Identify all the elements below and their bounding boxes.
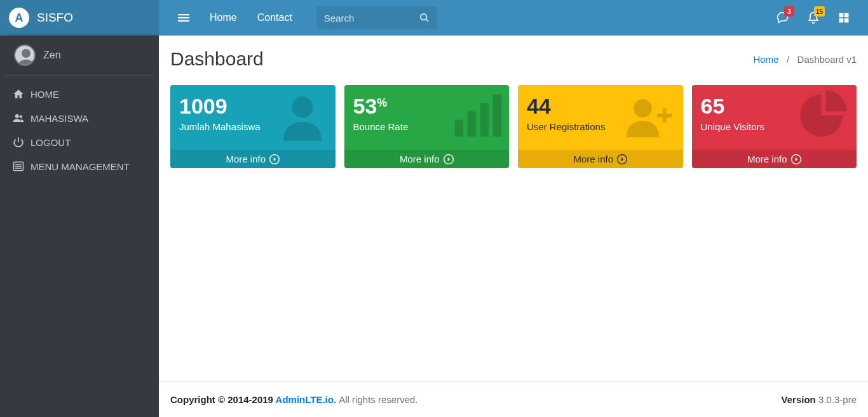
navbar-right: 3 15 [769,0,858,36]
svg-rect-2 [178,20,189,22]
stat-inner: 1009 Jumlah Mahasiswa [170,85,336,150]
svg-line-4 [426,19,428,22]
brand-link[interactable]: A SISFO [0,0,159,36]
svg-rect-21 [493,95,501,137]
arrow-circle-right-icon [791,154,801,164]
svg-point-9 [22,49,31,58]
main-footer: Copyright © 2014-2019 AdminLTE.io. All r… [159,381,868,417]
person-icon [277,90,328,141]
svg-rect-1 [178,17,189,18]
more-info-link[interactable]: More info [692,150,857,168]
nav-comments[interactable]: 3 [769,0,797,36]
more-info-link[interactable]: More info [170,150,336,168]
brand-text: SISFO [37,11,73,25]
top-navbar: Home Contact 3 15 [159,0,868,36]
breadcrumb-home[interactable]: Home [753,54,778,65]
more-info-label: More info [573,154,613,164]
stat-row: 1009 Jumlah Mahasiswa More info 53% Boun… [159,76,868,177]
sidebar-item-mahasiswa[interactable]: MAHASISWA [4,106,155,130]
brand-logo: A [9,8,29,28]
sidebar-item-label: MENU MANAGEMENT [31,161,130,172]
stat-inner: 53% Bounce Rate [344,85,510,150]
svg-point-16 [292,96,313,117]
main-sidebar: Zen HOME MAHASISWA LOGOUT MENU MANAGEMEN… [0,36,159,417]
breadcrumb: Home / Dashboard v1 [753,54,857,65]
sidebar-menu: HOME MAHASISWA LOGOUT MENU MANAGEMENT [0,76,159,185]
brand-logo-glyph: A [15,11,24,25]
person-add-icon [625,90,675,141]
svg-rect-14 [15,166,22,167]
footer-suffix: All rights reserved. [339,394,417,405]
nav-link-home[interactable]: Home [201,0,246,36]
bars-icon [178,12,189,23]
content-header: Dashboard Home / Dashboard v1 [159,36,868,76]
svg-rect-0 [178,14,189,15]
power-icon [13,136,24,148]
pie-chart-icon [798,90,849,141]
search-input[interactable] [316,8,412,29]
svg-rect-6 [844,13,849,18]
list-icon [13,161,24,172]
user-panel[interactable]: Zen [5,36,154,76]
stat-box-user-registrations: 44 User Registrations More info [518,85,683,168]
comments-badge: 3 [784,6,794,17]
sidebar-item-label: MAHASISWA [31,113,88,124]
more-info-label: More info [226,154,266,164]
search-icon [419,13,430,23]
sidebar-item-label: LOGOUT [31,137,71,148]
svg-rect-19 [468,111,476,136]
users-icon [13,112,24,124]
arrow-circle-right-icon [269,154,280,164]
content-wrapper: Dashboard Home / Dashboard v1 1009 Jumla… [159,36,868,381]
footer-link[interactable]: AdminLTE.io. [276,394,337,405]
more-info-link[interactable]: More info [518,150,683,168]
svg-point-10 [15,114,19,118]
user-name: Zen [43,50,61,61]
nav-grid[interactable] [830,0,858,36]
nav-link-label: Home [210,12,237,23]
stats-bars-icon [451,90,501,141]
avatar [14,44,36,66]
sidebar-toggle[interactable] [169,0,198,36]
breadcrumb-current: Dashboard v1 [797,54,857,65]
stat-inner: 44 User Registrations [518,85,683,150]
footer-left: Copyright © 2014-2019 AdminLTE.io. All r… [170,394,418,405]
copyright-text: Copyright © 2014-2019 [170,394,276,405]
svg-rect-25 [657,114,672,117]
search-button[interactable] [412,6,437,29]
version-label: Version [782,394,816,405]
nav-link-contact[interactable]: Contact [248,0,301,36]
page-title: Dashboard [170,48,753,70]
svg-point-11 [20,116,23,119]
arrow-circle-right-icon [617,154,627,164]
nav-notifications[interactable]: 15 [799,0,827,36]
search-form [316,6,437,29]
more-info-label: More info [400,154,440,164]
sidebar-item-menu-management[interactable]: MENU MANAGEMENT [4,154,155,178]
svg-rect-15 [15,168,22,169]
svg-rect-20 [480,103,489,136]
sidebar-item-home[interactable]: HOME [4,82,155,106]
more-info-link[interactable]: More info [344,150,510,168]
navbar-left: Home Contact [169,0,437,36]
notifications-badge: 15 [814,6,825,17]
stat-box-jumlah-mahasiswa: 1009 Jumlah Mahasiswa More info [170,85,336,168]
home-icon [13,88,24,100]
breadcrumb-sep: / [782,54,795,65]
stat-inner: 65 Unique Visitors [692,85,857,150]
more-info-label: More info [747,154,787,164]
stat-box-bounce-rate: 53% Bounce Rate More info [344,85,510,168]
svg-rect-8 [844,18,849,23]
svg-rect-5 [839,13,844,18]
svg-point-23 [634,99,652,117]
footer-version: Version 3.0.3-pre [782,394,857,405]
version-value: 3.0.3-pre [816,394,857,405]
svg-rect-18 [455,120,463,137]
sidebar-item-label: HOME [31,89,59,100]
stat-box-unique-visitors: 65 Unique Visitors More info [692,85,857,168]
sidebar-item-logout[interactable]: LOGOUT [4,130,155,154]
svg-point-3 [421,14,426,20]
grid-icon [838,12,850,23]
svg-rect-13 [15,164,22,165]
svg-rect-7 [839,18,844,23]
